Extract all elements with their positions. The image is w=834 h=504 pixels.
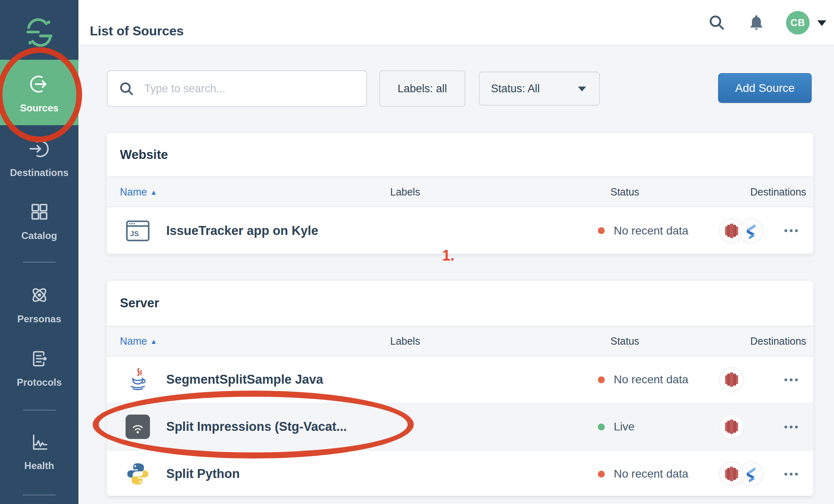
source-status: No recent data [585,373,712,386]
table-header: Name▲ Labels Status Destinations [107,176,813,207]
add-source-label: Add Source [735,82,795,95]
java-logo-icon [125,367,151,393]
sidebar-item-health[interactable]: Health [0,427,78,478]
search-icon[interactable] [708,13,725,33]
section-title: Server [107,281,813,326]
status-dot-warning [598,227,605,234]
labels-filter-label: Labels: all [397,83,447,95]
wifi-source-icon [125,414,151,440]
source-name: Split Python [166,467,240,481]
section-title: Website [107,133,813,176]
sidebar-item-label: Personas [0,313,78,325]
sources-search-box [107,70,367,107]
source-name: Split Impressions (Stg-Vacat... [166,419,347,434]
source-status: No recent data [585,224,712,237]
source-status: Live [585,420,712,433]
status-dot-warning [598,471,605,478]
destination-redshift-icon[interactable] [719,414,744,439]
status-text: No recent data [614,373,688,386]
table-header: Name▲ Labels Status Destinations [107,326,813,356]
sidebar: Sources Destinations Cata [0,0,78,504]
personas-atom-icon [0,280,78,307]
sidebar-item-label: Destinations [0,167,78,178]
chevron-down-icon [578,87,586,91]
sidebar-item-label: Health [0,460,78,471]
status-text: Live [614,420,634,433]
destinations-icon [0,134,78,161]
source-row-issuetracker[interactable]: JS IssueTracker app on Kyle No recent da… [107,207,813,254]
health-chart-icon [0,427,78,454]
segment-logo-icon[interactable] [25,18,54,49]
app-screen: Sources Destinations Cata [0,0,834,504]
javascript-browser-icon: JS [125,218,151,244]
sidebar-item-sources[interactable]: Sources [0,60,78,125]
add-source-button[interactable]: Add Source [718,73,812,103]
user-menu-caret-icon[interactable] [817,20,826,26]
status-text: No recent data [614,224,688,237]
page-title: List of Sources [90,24,184,39]
sidebar-item-label: Protocols [0,377,78,388]
topbar: List of Sources CB [78,0,834,46]
source-status: No recent data [585,467,712,480]
sidebar-item-catalog[interactable]: Catalog [0,197,78,248]
sidebar-item-label: Catalog [0,230,78,241]
column-header-name[interactable]: Name▲ [107,186,377,198]
column-header-status: Status [585,186,712,198]
destination-redshift-icon[interactable] [719,367,744,392]
search-input[interactable] [143,82,340,96]
destination-blue-s-icon[interactable] [738,218,764,243]
notifications-bell-icon[interactable] [747,13,765,33]
column-header-destinations: Destinations [712,186,813,198]
protocols-icon [0,344,78,371]
row-overflow-menu[interactable] [779,373,804,387]
sidebar-divider [23,495,56,495]
row-overflow-menu[interactable] [779,467,804,481]
row-overflow-menu[interactable] [779,420,804,434]
source-name: IssueTracker app on Kyle [166,224,318,238]
server-sources-card: Server Name▲ Labels Status Destinations [107,281,813,496]
column-header-destinations: Destinations [712,335,813,347]
sort-asc-icon: ▲ [150,338,157,345]
status-filter-dropdown[interactable]: Status: All [479,72,600,106]
status-text: No recent data [614,467,688,480]
source-name: SegmentSplitSample Java [166,372,323,387]
status-dot-warning [598,376,605,383]
sources-icon [0,60,78,96]
avatar[interactable]: CB [786,11,810,35]
status-filter-label: Status: All [491,83,540,95]
source-row-java[interactable]: SegmentSplitSample Java No recent data [107,356,813,403]
sidebar-divider [23,410,56,411]
sidebar-item-personas[interactable]: Personas [0,280,78,332]
sidebar-divider [23,262,56,263]
sidebar-item-protocols[interactable]: Protocols [0,344,78,395]
catalog-grid-icon [0,197,78,224]
search-icon [118,80,135,97]
column-header-status: Status [585,335,712,347]
source-row-split-python[interactable]: Split Python No recent data [107,450,813,497]
status-dot-live [598,424,605,430]
source-row-split-impressions[interactable]: Split Impressions (Stg-Vacat... Live [107,403,813,450]
website-sources-card: Website Name▲ Labels Status Destinations… [107,133,813,254]
avatar-initials: CB [791,17,806,28]
destination-blue-s-icon[interactable] [738,461,764,487]
sort-asc-icon: ▲ [150,189,157,196]
labels-filter-button[interactable]: Labels: all [379,70,465,107]
sidebar-item-destinations[interactable]: Destinations [0,134,78,185]
column-header-name[interactable]: Name▲ [107,335,377,347]
column-header-labels: Labels [377,186,585,198]
python-logo-icon [125,461,151,487]
row-overflow-menu[interactable] [779,224,804,238]
column-header-labels: Labels [377,335,585,347]
sidebar-item-label: Sources [0,102,78,114]
svg-text:JS: JS [130,230,139,238]
